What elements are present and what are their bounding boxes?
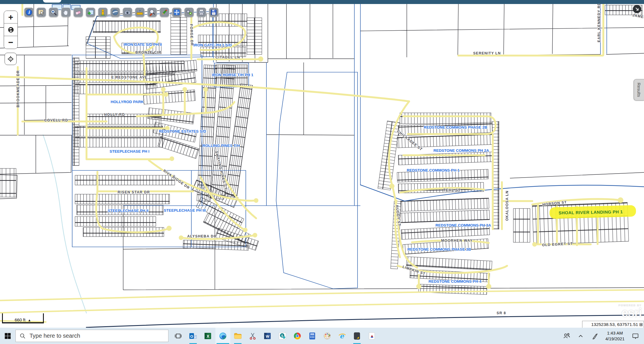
chevron-up-icon <box>577 333 584 339</box>
folder-icon <box>233 332 242 340</box>
locate-button[interactable] <box>5 53 17 65</box>
zoom-out-button[interactable]: − <box>4 36 17 49</box>
select-features-button[interactable] <box>36 7 46 17</box>
gears-icon <box>185 9 193 16</box>
coordinate-readout: 1325238.53, 637571.51 ⊞ <box>582 321 644 328</box>
taskbar-internet-explorer[interactable]: e <box>335 328 350 344</box>
dark-app-icon <box>353 332 361 340</box>
svg-text:←?→: ←?→ <box>136 9 143 12</box>
svg-text:X: X <box>207 334 209 338</box>
search-box[interactable] <box>15 330 168 342</box>
results-tab[interactable]: Results <box>634 79 644 101</box>
tools-button[interactable] <box>184 7 194 17</box>
taskbar-sharepoint[interactable]: S <box>275 328 290 344</box>
zoom-in-tool-button[interactable] <box>49 7 58 17</box>
screen: IRON GATE S/D PH IIIRON GATE PH 1 S/DBRO… <box>0 0 644 344</box>
pan-tool-button[interactable] <box>61 7 71 17</box>
measure-icon: ←?→ <box>136 9 144 16</box>
scale-bar: 660 ft ▲ <box>2 313 44 323</box>
sharepoint-icon: S <box>278 332 287 340</box>
top-bar <box>0 0 644 4</box>
taskbar-outlook[interactable]: O <box>186 328 201 344</box>
clock[interactable]: 1:43 AM 4/19/2021 <box>605 330 625 341</box>
add-coordinate-icon[interactable]: ⊞ <box>639 322 643 327</box>
task-view-icon <box>174 332 182 340</box>
draw-button[interactable] <box>160 7 169 17</box>
pen-icon <box>591 332 598 340</box>
coordinate-value: 1325238.53, 637571.51 <box>591 322 638 327</box>
home-extent-button[interactable] <box>4 23 17 36</box>
arrow-southeast-icon <box>634 6 640 12</box>
taskbar-edge[interactable] <box>215 328 230 344</box>
taskbar-chrome[interactable] <box>290 328 305 344</box>
full-extent-button[interactable] <box>172 7 182 17</box>
taskbar-task-view[interactable] <box>171 328 186 344</box>
taskbar-app-dark[interactable] <box>350 328 364 344</box>
identify-button[interactable]: i <box>24 7 34 17</box>
svg-text:S: S <box>281 334 283 337</box>
windows-logo-icon <box>4 332 12 340</box>
street-view-button[interactable] <box>98 7 108 17</box>
taskbar-calculator[interactable] <box>305 328 320 344</box>
taskbar-snipping-tool[interactable] <box>245 328 260 344</box>
show-hidden-icons-button[interactable] <box>577 333 584 339</box>
esri-logo: esri <box>619 307 642 319</box>
svg-text:e: e <box>340 332 344 340</box>
outlook-icon: O <box>189 332 197 340</box>
taskbar-word[interactable]: W <box>260 328 275 344</box>
people-button[interactable] <box>563 332 570 340</box>
notification-icon <box>631 332 639 340</box>
zoom-controls: + − <box>4 11 18 49</box>
people-icon <box>563 332 570 340</box>
add-selection-button[interactable] <box>86 7 95 17</box>
taskbar-excel[interactable]: X <box>201 328 215 344</box>
select-icon <box>38 9 45 16</box>
globe-icon <box>7 26 14 33</box>
zoom-in-button[interactable]: + <box>4 11 17 23</box>
search-markup-button[interactable] <box>147 7 157 17</box>
svg-text:O: O <box>190 334 193 338</box>
print-button[interactable] <box>197 7 206 17</box>
chrome-icon <box>293 332 302 340</box>
scale-bar-marker: ▲ <box>28 318 31 322</box>
highlight-marker <box>549 205 636 219</box>
scale-bar-label: 660 ft <box>15 317 25 322</box>
collapse-panel-button[interactable] <box>633 5 641 13</box>
camera-icon <box>124 9 131 16</box>
system-tray: 1:43 AM 4/19/2021 <box>563 330 644 341</box>
person-icon <box>99 9 107 16</box>
top-bar-notch <box>43 0 61 3</box>
search-input[interactable] <box>29 332 153 339</box>
excel-icon: X <box>204 332 212 340</box>
svg-text:W: W <box>266 334 270 338</box>
save-button[interactable] <box>209 7 219 17</box>
eraser-icon <box>74 9 82 16</box>
printer-icon <box>198 9 205 16</box>
light-app-icon <box>368 332 376 340</box>
measure-button[interactable]: ←?→ <box>135 7 145 17</box>
windows-ink-button[interactable] <box>591 332 598 340</box>
zoom-in-icon <box>50 9 57 16</box>
taskbar-app-light[interactable] <box>364 328 379 344</box>
extent-icon <box>173 9 180 16</box>
start-button[interactable] <box>0 328 15 344</box>
erase-button[interactable] <box>73 7 83 17</box>
tray-time: 1:43 AM <box>605 330 625 336</box>
map-canvas[interactable] <box>0 0 644 328</box>
taskbar-apps: OXWSe <box>171 328 379 344</box>
toolbar: i←?→ <box>24 7 219 17</box>
taskbar: OXWSe 1 <box>0 328 644 344</box>
magnifier-pencil-icon <box>148 9 156 16</box>
tray-date: 4/19/2021 <box>605 336 625 342</box>
calculator-icon <box>308 332 317 340</box>
paint-icon <box>323 332 331 340</box>
snapshot-button[interactable] <box>123 7 132 17</box>
crosshair-icon <box>7 55 14 63</box>
edge-icon <box>219 332 227 340</box>
esri-attribution: POWERED BY esri <box>619 304 642 319</box>
taskbar-file-explorer[interactable] <box>230 328 245 344</box>
identify-icon: i <box>25 9 33 16</box>
notifications-button[interactable] <box>631 332 639 340</box>
taskbar-paint[interactable] <box>320 328 335 344</box>
earth-view-button[interactable] <box>110 7 120 17</box>
